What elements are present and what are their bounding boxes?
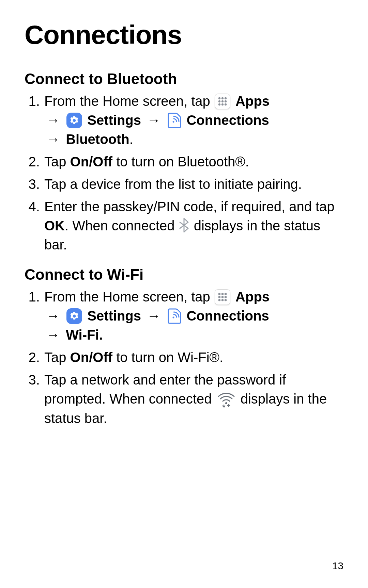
apps-icon (215, 289, 230, 305)
svg-point-19 (225, 299, 227, 301)
bluetooth-step-1: From the Home screen, tap Apps → (44, 92, 343, 149)
bluetooth-status-icon (179, 218, 189, 233)
arrow-icon: → (44, 325, 62, 344)
svg-point-14 (218, 296, 220, 298)
svg-point-6 (218, 103, 220, 105)
svg-point-17 (218, 299, 220, 301)
text: Tap (44, 154, 70, 169)
period: . (129, 132, 133, 147)
page: Connections Connect to Bluetooth From th… (0, 0, 368, 588)
text: From the Home screen, tap (44, 94, 214, 109)
ok-label: OK (44, 218, 65, 233)
settings-label: Settings (87, 113, 141, 128)
arrow-icon: → (44, 111, 62, 130)
wifi-step-2: Tap On/Off to turn on Wi-Fi®. (44, 348, 343, 367)
bluetooth-step-3: Tap a device from the list to initiate p… (44, 175, 343, 194)
settings-label: Settings (87, 308, 141, 323)
text: Enter the passkey/PIN code, if required,… (44, 199, 335, 214)
svg-point-11 (218, 293, 220, 295)
svg-point-15 (221, 296, 224, 298)
page-number: 13 (332, 560, 343, 572)
svg-point-4 (221, 100, 224, 102)
bluetooth-heading: Connect to Bluetooth (25, 70, 343, 88)
text: Tap (44, 350, 70, 365)
on-off-label: On/Off (70, 350, 112, 365)
svg-point-1 (221, 97, 224, 99)
text: From the Home screen, tap (44, 289, 214, 304)
svg-point-5 (225, 100, 227, 102)
svg-point-18 (221, 299, 224, 301)
text: to turn on Wi-Fi®. (112, 350, 223, 365)
svg-point-20 (73, 315, 76, 318)
connections-icon (167, 112, 181, 129)
wifi-label: Wi-Fi. (66, 327, 103, 342)
wifi-step-1: From the Home screen, tap Apps → (44, 287, 343, 344)
arrow-icon: → (44, 130, 62, 149)
apps-icon (215, 94, 230, 109)
connections-label: Connections (186, 113, 269, 128)
settings-gear-icon (66, 113, 82, 128)
wifi-heading: Connect to Wi-Fi (25, 266, 343, 284)
arrow-icon: → (44, 306, 62, 325)
svg-point-12 (221, 293, 224, 295)
bluetooth-label: Bluetooth (66, 132, 129, 147)
svg-point-21 (173, 317, 174, 318)
apps-label: Apps (235, 94, 270, 109)
svg-point-3 (218, 100, 220, 102)
wifi-status-icon (216, 391, 236, 408)
bluetooth-step-2: Tap On/Off to turn on Bluetooth®. (44, 152, 343, 171)
svg-point-8 (225, 103, 227, 105)
svg-point-10 (173, 121, 174, 123)
settings-gear-icon (66, 308, 82, 324)
bluetooth-step-4: Enter the passkey/PIN code, if required,… (44, 197, 343, 254)
text: Tap a device from the list to initiate p… (44, 177, 302, 192)
svg-point-0 (218, 97, 220, 99)
apps-label: Apps (235, 289, 270, 304)
bluetooth-steps: From the Home screen, tap Apps → (25, 92, 343, 254)
svg-point-7 (221, 103, 224, 105)
wifi-step-3: Tap a network and enter the password if … (44, 370, 343, 427)
connections-icon (167, 308, 181, 325)
arrow-icon: → (145, 306, 163, 325)
wifi-steps: From the Home screen, tap Apps → (25, 287, 343, 428)
svg-point-13 (225, 293, 227, 295)
text: to turn on Bluetooth®. (112, 154, 249, 169)
text: . When connected (65, 218, 179, 233)
svg-point-9 (73, 119, 76, 122)
connections-label: Connections (186, 308, 269, 323)
svg-point-16 (225, 296, 227, 298)
page-title: Connections (25, 20, 343, 50)
svg-point-2 (225, 97, 227, 99)
on-off-label: On/Off (70, 154, 112, 169)
svg-point-22 (225, 402, 227, 404)
arrow-icon: → (145, 111, 163, 130)
